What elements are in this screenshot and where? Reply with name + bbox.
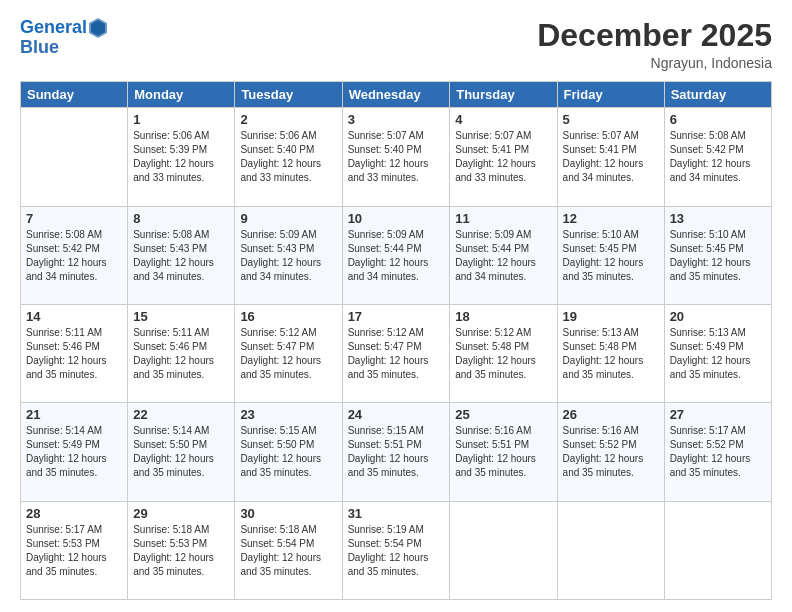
day-number: 27 [670, 407, 766, 422]
calendar-week-4: 21Sunrise: 5:14 AM Sunset: 5:49 PM Dayli… [21, 403, 772, 501]
calendar-cell: 4Sunrise: 5:07 AM Sunset: 5:41 PM Daylig… [450, 108, 557, 206]
page: General Blue December 2025 Ngrayun, Indo… [0, 0, 792, 612]
calendar-cell: 30Sunrise: 5:18 AM Sunset: 5:54 PM Dayli… [235, 501, 342, 599]
day-info: Sunrise: 5:12 AM Sunset: 5:47 PM Dayligh… [240, 326, 336, 382]
day-info: Sunrise: 5:11 AM Sunset: 5:46 PM Dayligh… [133, 326, 229, 382]
weekday-header-tuesday: Tuesday [235, 82, 342, 108]
weekday-header-sunday: Sunday [21, 82, 128, 108]
calendar-week-2: 7Sunrise: 5:08 AM Sunset: 5:42 PM Daylig… [21, 206, 772, 304]
calendar-cell: 28Sunrise: 5:17 AM Sunset: 5:53 PM Dayli… [21, 501, 128, 599]
calendar-cell: 21Sunrise: 5:14 AM Sunset: 5:49 PM Dayli… [21, 403, 128, 501]
day-number: 22 [133, 407, 229, 422]
calendar-cell: 29Sunrise: 5:18 AM Sunset: 5:53 PM Dayli… [128, 501, 235, 599]
weekday-header-monday: Monday [128, 82, 235, 108]
day-number: 13 [670, 211, 766, 226]
calendar-cell: 2Sunrise: 5:06 AM Sunset: 5:40 PM Daylig… [235, 108, 342, 206]
day-info: Sunrise: 5:16 AM Sunset: 5:52 PM Dayligh… [563, 424, 659, 480]
calendar-cell [21, 108, 128, 206]
day-info: Sunrise: 5:19 AM Sunset: 5:54 PM Dayligh… [348, 523, 445, 579]
logo-blue: Blue [20, 38, 107, 58]
day-number: 14 [26, 309, 122, 324]
day-info: Sunrise: 5:13 AM Sunset: 5:48 PM Dayligh… [563, 326, 659, 382]
calendar-cell: 13Sunrise: 5:10 AM Sunset: 5:45 PM Dayli… [664, 206, 771, 304]
calendar-cell: 18Sunrise: 5:12 AM Sunset: 5:48 PM Dayli… [450, 304, 557, 402]
calendar-cell: 20Sunrise: 5:13 AM Sunset: 5:49 PM Dayli… [664, 304, 771, 402]
day-number: 12 [563, 211, 659, 226]
calendar-cell: 27Sunrise: 5:17 AM Sunset: 5:52 PM Dayli… [664, 403, 771, 501]
header: General Blue December 2025 Ngrayun, Indo… [20, 18, 772, 71]
day-info: Sunrise: 5:06 AM Sunset: 5:40 PM Dayligh… [240, 129, 336, 185]
calendar-cell: 19Sunrise: 5:13 AM Sunset: 5:48 PM Dayli… [557, 304, 664, 402]
day-number: 31 [348, 506, 445, 521]
day-info: Sunrise: 5:15 AM Sunset: 5:51 PM Dayligh… [348, 424, 445, 480]
day-number: 2 [240, 112, 336, 127]
day-number: 24 [348, 407, 445, 422]
day-info: Sunrise: 5:10 AM Sunset: 5:45 PM Dayligh… [563, 228, 659, 284]
day-info: Sunrise: 5:14 AM Sunset: 5:50 PM Dayligh… [133, 424, 229, 480]
day-number: 16 [240, 309, 336, 324]
day-number: 6 [670, 112, 766, 127]
day-info: Sunrise: 5:17 AM Sunset: 5:52 PM Dayligh… [670, 424, 766, 480]
day-info: Sunrise: 5:18 AM Sunset: 5:53 PM Dayligh… [133, 523, 229, 579]
day-info: Sunrise: 5:09 AM Sunset: 5:44 PM Dayligh… [455, 228, 551, 284]
day-number: 5 [563, 112, 659, 127]
calendar-cell: 10Sunrise: 5:09 AM Sunset: 5:44 PM Dayli… [342, 206, 450, 304]
calendar-week-5: 28Sunrise: 5:17 AM Sunset: 5:53 PM Dayli… [21, 501, 772, 599]
day-number: 3 [348, 112, 445, 127]
calendar-cell: 31Sunrise: 5:19 AM Sunset: 5:54 PM Dayli… [342, 501, 450, 599]
calendar-cell: 23Sunrise: 5:15 AM Sunset: 5:50 PM Dayli… [235, 403, 342, 501]
calendar-cell: 14Sunrise: 5:11 AM Sunset: 5:46 PM Dayli… [21, 304, 128, 402]
calendar-cell: 24Sunrise: 5:15 AM Sunset: 5:51 PM Dayli… [342, 403, 450, 501]
day-info: Sunrise: 5:12 AM Sunset: 5:48 PM Dayligh… [455, 326, 551, 382]
calendar-cell: 7Sunrise: 5:08 AM Sunset: 5:42 PM Daylig… [21, 206, 128, 304]
calendar-cell: 9Sunrise: 5:09 AM Sunset: 5:43 PM Daylig… [235, 206, 342, 304]
day-info: Sunrise: 5:09 AM Sunset: 5:43 PM Dayligh… [240, 228, 336, 284]
day-info: Sunrise: 5:11 AM Sunset: 5:46 PM Dayligh… [26, 326, 122, 382]
day-info: Sunrise: 5:06 AM Sunset: 5:39 PM Dayligh… [133, 129, 229, 185]
day-number: 1 [133, 112, 229, 127]
day-number: 30 [240, 506, 336, 521]
day-number: 20 [670, 309, 766, 324]
day-number: 18 [455, 309, 551, 324]
calendar-cell: 8Sunrise: 5:08 AM Sunset: 5:43 PM Daylig… [128, 206, 235, 304]
day-info: Sunrise: 5:07 AM Sunset: 5:40 PM Dayligh… [348, 129, 445, 185]
day-info: Sunrise: 5:15 AM Sunset: 5:50 PM Dayligh… [240, 424, 336, 480]
weekday-header-wednesday: Wednesday [342, 82, 450, 108]
calendar-cell: 25Sunrise: 5:16 AM Sunset: 5:51 PM Dayli… [450, 403, 557, 501]
calendar-cell: 1Sunrise: 5:06 AM Sunset: 5:39 PM Daylig… [128, 108, 235, 206]
logo: General Blue [20, 18, 107, 58]
calendar-cell: 5Sunrise: 5:07 AM Sunset: 5:41 PM Daylig… [557, 108, 664, 206]
day-info: Sunrise: 5:08 AM Sunset: 5:43 PM Dayligh… [133, 228, 229, 284]
weekday-header-row: SundayMondayTuesdayWednesdayThursdayFrid… [21, 82, 772, 108]
calendar-cell [450, 501, 557, 599]
day-number: 11 [455, 211, 551, 226]
weekday-header-saturday: Saturday [664, 82, 771, 108]
calendar: SundayMondayTuesdayWednesdayThursdayFrid… [20, 81, 772, 600]
weekday-header-thursday: Thursday [450, 82, 557, 108]
day-number: 25 [455, 407, 551, 422]
day-info: Sunrise: 5:16 AM Sunset: 5:51 PM Dayligh… [455, 424, 551, 480]
day-info: Sunrise: 5:07 AM Sunset: 5:41 PM Dayligh… [563, 129, 659, 185]
day-number: 7 [26, 211, 122, 226]
day-number: 15 [133, 309, 229, 324]
day-number: 4 [455, 112, 551, 127]
calendar-week-1: 1Sunrise: 5:06 AM Sunset: 5:39 PM Daylig… [21, 108, 772, 206]
day-number: 9 [240, 211, 336, 226]
calendar-cell: 16Sunrise: 5:12 AM Sunset: 5:47 PM Dayli… [235, 304, 342, 402]
logo-line1: General [20, 17, 87, 37]
subtitle: Ngrayun, Indonesia [537, 55, 772, 71]
calendar-cell [664, 501, 771, 599]
day-number: 23 [240, 407, 336, 422]
calendar-cell: 3Sunrise: 5:07 AM Sunset: 5:40 PM Daylig… [342, 108, 450, 206]
day-info: Sunrise: 5:18 AM Sunset: 5:54 PM Dayligh… [240, 523, 336, 579]
logo-icon [89, 18, 107, 38]
day-number: 21 [26, 407, 122, 422]
calendar-cell: 11Sunrise: 5:09 AM Sunset: 5:44 PM Dayli… [450, 206, 557, 304]
day-info: Sunrise: 5:13 AM Sunset: 5:49 PM Dayligh… [670, 326, 766, 382]
calendar-cell: 15Sunrise: 5:11 AM Sunset: 5:46 PM Dayli… [128, 304, 235, 402]
day-info: Sunrise: 5:17 AM Sunset: 5:53 PM Dayligh… [26, 523, 122, 579]
calendar-cell: 26Sunrise: 5:16 AM Sunset: 5:52 PM Dayli… [557, 403, 664, 501]
day-number: 19 [563, 309, 659, 324]
day-number: 26 [563, 407, 659, 422]
calendar-cell [557, 501, 664, 599]
